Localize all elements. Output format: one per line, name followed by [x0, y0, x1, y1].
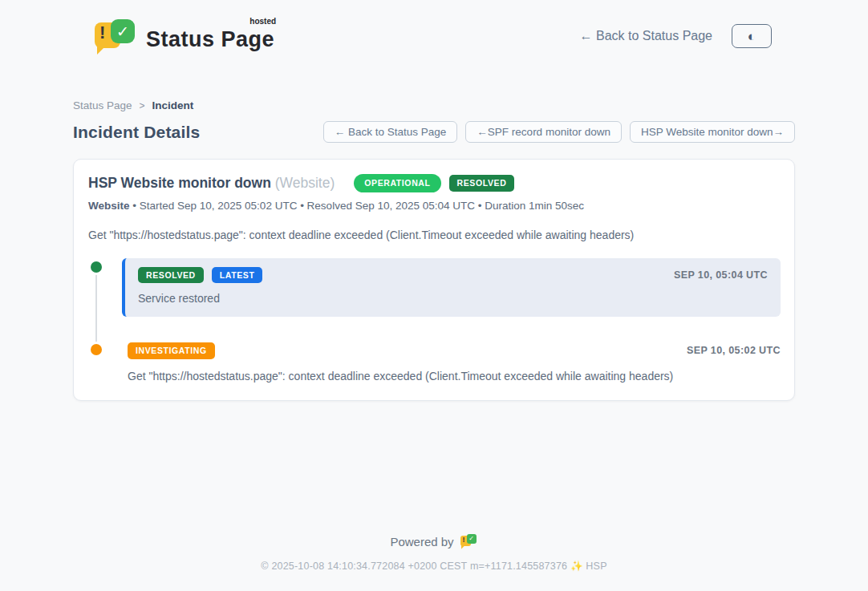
powered-by-logo-link[interactable]: ! ✓: [460, 533, 478, 549]
incident-name: HSP Website monitor down: [88, 175, 271, 191]
timeline-dot-column: [88, 258, 107, 273]
header: ! ✓ Status Page hosted ← Back to Status …: [0, 0, 868, 58]
brand-logo[interactable]: ! ✓ Status Page hosted: [95, 18, 274, 55]
prev-incident-button[interactable]: ←SPF record monitor down: [465, 121, 622, 143]
timeline-entry-resolved: RESOLVED LATEST SEP 10, 05:04 UTC Servic…: [88, 258, 781, 318]
timeline-entry-content: RESOLVED LATEST SEP 10, 05:04 UTC Servic…: [122, 258, 781, 318]
brand-name: Status Page: [146, 27, 274, 51]
incident-badges: OPERATIONAL RESOLVED: [354, 174, 514, 192]
logo-green-square: ✓: [111, 19, 135, 43]
timeline-entry-plain: INVESTIGATING SEP 10, 05:02 UTC Get "htt…: [122, 341, 781, 383]
brand-text: Status Page hosted: [146, 18, 274, 52]
timeline-dot-green: [91, 261, 102, 273]
footer: Powered by ! ✓ © 2025-10-08 14:10:34.772…: [0, 517, 868, 591]
breadcrumb: Status Page > Incident: [73, 99, 795, 111]
page-title: Incident Details: [73, 123, 200, 142]
back-to-status-page-link[interactable]: ← Back to Status Page: [580, 29, 712, 43]
timeline-entry-header: RESOLVED LATEST SEP 10, 05:04 UTC: [138, 267, 768, 284]
latest-update-box: RESOLVED LATEST SEP 10, 05:04 UTC Servic…: [122, 258, 781, 318]
timeline-entry-content: INVESTIGATING SEP 10, 05:02 UTC Get "htt…: [122, 341, 781, 383]
timeline-entry-header: INVESTIGATING SEP 10, 05:02 UTC: [128, 342, 781, 359]
mini-logo-green: ✓: [467, 534, 477, 544]
incident-title-row: HSP Website monitor down (Website) OPERA…: [88, 174, 781, 192]
title-row: Incident Details ← Back to Status Page ←…: [73, 121, 795, 143]
resolved-status-badge: RESOLVED: [138, 267, 204, 284]
breadcrumb-status-page[interactable]: Status Page: [73, 99, 132, 111]
timeline-timestamp: SEP 10, 05:02 UTC: [687, 345, 781, 356]
incident-description: Get "https://hostedstatus.page": context…: [88, 229, 781, 241]
latest-badge: LATEST: [212, 267, 263, 284]
powered-by: Powered by ! ✓: [0, 533, 868, 549]
breadcrumb-separator: >: [140, 100, 145, 111]
checkmark-icon: ✓: [116, 24, 129, 39]
timeline-timestamp: SEP 10, 05:04 UTC: [674, 269, 768, 281]
incident-meta: Website • Started Sep 10, 2025 05:02 UTC…: [88, 200, 781, 212]
next-incident-button[interactable]: HSP Website monitor down→: [630, 121, 795, 143]
incident-timeline: RESOLVED LATEST SEP 10, 05:04 UTC Servic…: [88, 258, 781, 383]
investigating-badge: INVESTIGATING: [128, 342, 215, 359]
operational-badge: OPERATIONAL: [354, 174, 440, 192]
copyright-text: © 2025-10-08 14:10:34.772084 +0200 CEST …: [0, 560, 868, 572]
incident-nav-buttons: ← Back to Status Page ←SPF record monito…: [323, 121, 795, 143]
incident-card: HSP Website monitor down (Website) OPERA…: [73, 159, 795, 401]
incident-service: Website: [88, 200, 130, 212]
back-to-status-page-button[interactable]: ← Back to Status Page: [323, 121, 458, 143]
logo-bubble-tail: [97, 43, 108, 55]
exclamation-icon: !: [99, 24, 105, 42]
timeline-message: Service restored: [138, 292, 768, 305]
mini-exclamation-icon: !: [463, 536, 465, 545]
timeline-dot-column: [88, 341, 107, 355]
status-page-logo-icon: ! ✓: [95, 18, 136, 55]
theme-toggle-button[interactable]: ◐: [732, 24, 772, 48]
main-content: Status Page > Incident Incident Details …: [73, 99, 795, 401]
breadcrumb-incident: Incident: [152, 99, 194, 111]
timeline-dot-orange: [91, 344, 102, 355]
incident-title: HSP Website monitor down (Website): [88, 175, 335, 192]
mini-checkmark-icon: ✓: [468, 536, 474, 542]
powered-by-label: Powered by: [390, 535, 453, 548]
timeline-message: Get "https://hostedstatus.page": context…: [128, 370, 781, 383]
header-actions: ← Back to Status Page ◐: [580, 24, 772, 48]
brand-hosted-label: hosted: [249, 17, 276, 26]
contrast-icon: ◐: [748, 30, 756, 43]
timeline-entry-investigating: INVESTIGATING SEP 10, 05:02 UTC Get "htt…: [88, 341, 781, 383]
mini-logo-tail: [461, 544, 466, 549]
incident-scope: (Website): [275, 175, 335, 191]
incident-meta-details: • Started Sep 10, 2025 05:02 UTC • Resol…: [132, 200, 584, 212]
resolved-badge: RESOLVED: [449, 175, 515, 192]
